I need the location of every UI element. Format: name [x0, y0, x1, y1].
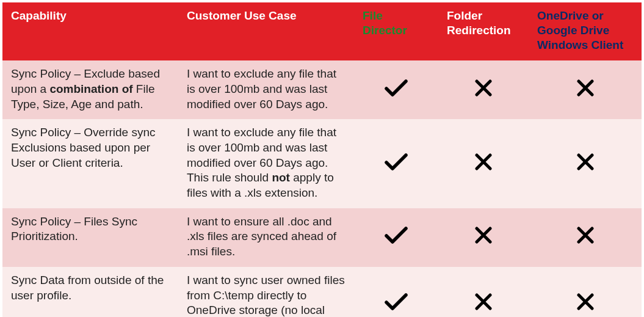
table-row: Sync Policy – Override sync Exclusions b… [2, 119, 642, 208]
cell-onedrive [529, 60, 642, 119]
cell-onedrive [529, 119, 642, 208]
check-icon [385, 301, 408, 313]
cell-capability: Sync Data from outside of the user profi… [2, 267, 178, 317]
cell-folder-redirection [438, 267, 529, 317]
header-onedrive: OneDrive or Google Drive Windows Client [529, 2, 642, 60]
cell-folder-redirection [438, 60, 529, 119]
cell-file-director [354, 119, 438, 208]
cross-icon [577, 233, 594, 246]
cell-capability: Sync Policy – Exclude based upon a combi… [2, 60, 178, 119]
cell-usecase: I want to ensure all .doc and .xls files… [178, 208, 354, 267]
header-folder-redirection: Folder Redirection [438, 2, 529, 60]
cell-capability: Sync Policy – Files Sync Prioritization. [2, 208, 178, 267]
cell-onedrive [529, 267, 642, 317]
cell-usecase: I want to exclude any file that is over … [178, 60, 354, 119]
table-row: Sync Policy – Exclude based upon a combi… [2, 60, 642, 119]
table-row: Sync Policy – Files Sync Prioritization.… [2, 208, 642, 267]
cross-icon [475, 160, 492, 173]
header-capability: Capability [2, 2, 178, 60]
cell-file-director [354, 267, 438, 317]
cross-icon [577, 300, 594, 313]
cell-folder-redirection [438, 119, 529, 208]
cell-file-director [354, 208, 438, 267]
header-row: Capability Customer Use Case File Direct… [2, 2, 642, 60]
cell-usecase: I want to sync user owned files from C:\… [178, 267, 354, 317]
comparison-table: Capability Customer Use Case File Direct… [2, 2, 642, 317]
check-icon [385, 161, 408, 173]
cell-onedrive [529, 208, 642, 267]
header-usecase: Customer Use Case [178, 2, 354, 60]
cross-icon [577, 160, 594, 173]
cell-file-director [354, 60, 438, 119]
cell-capability: Sync Policy – Override sync Exclusions b… [2, 119, 178, 208]
check-icon [385, 87, 408, 100]
cross-icon [475, 233, 492, 246]
cell-folder-redirection [438, 208, 529, 267]
header-file-director: File Director [354, 2, 438, 60]
table-row: Sync Data from outside of the user profi… [2, 267, 642, 317]
cross-icon [475, 86, 492, 99]
check-icon [385, 234, 408, 247]
cell-usecase: I want to exclude any file that is over … [178, 119, 354, 208]
cross-icon [577, 86, 594, 99]
cross-icon [475, 300, 492, 313]
